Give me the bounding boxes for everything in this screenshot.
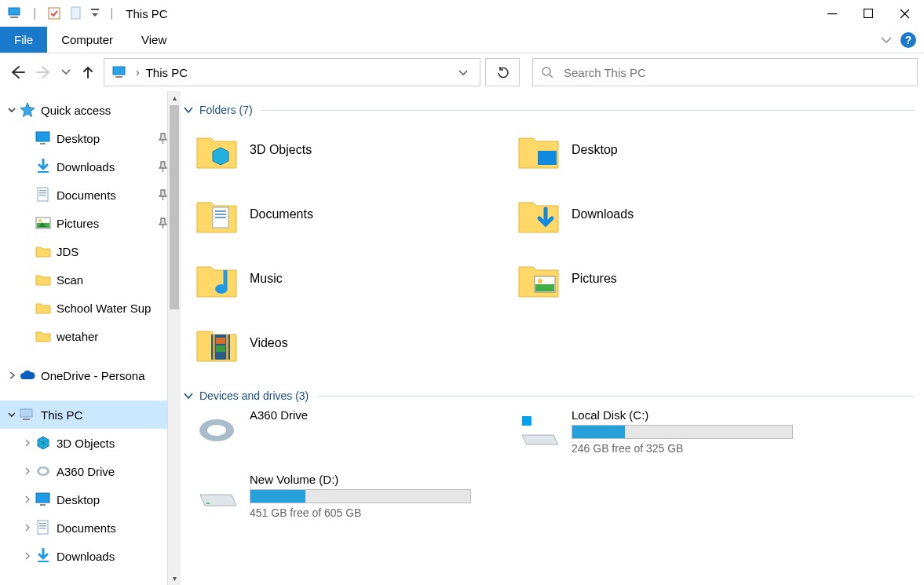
maximize-button[interactable] bbox=[850, 0, 886, 27]
refresh-button[interactable] bbox=[485, 58, 520, 86]
scroll-thumb[interactable] bbox=[170, 105, 179, 309]
pc-icon[interactable] bbox=[6, 5, 24, 22]
group-header-folders[interactable]: Folders (7) bbox=[184, 104, 915, 116]
svg-rect-10 bbox=[36, 132, 49, 141]
svg-point-34 bbox=[215, 284, 228, 294]
breadcrumb-this-pc[interactable]: This PC bbox=[143, 66, 191, 79]
qat-dropdown-icon[interactable] bbox=[89, 5, 100, 22]
svg-rect-0 bbox=[9, 8, 20, 15]
recent-locations-button[interactable] bbox=[60, 60, 72, 85]
sidebar-item-label: Pictures bbox=[57, 217, 99, 230]
sidebar-item[interactable]: Desktop bbox=[0, 124, 181, 152]
chevron-right-icon[interactable] bbox=[5, 371, 19, 379]
search-box[interactable] bbox=[532, 58, 918, 86]
folder-tile[interactable]: 3D Objects bbox=[193, 122, 491, 177]
pc-icon bbox=[112, 66, 128, 79]
address-history-icon[interactable] bbox=[450, 69, 477, 76]
sidebar-item-label: OneDrive - Persona bbox=[41, 369, 145, 382]
svg-point-44 bbox=[207, 425, 226, 436]
ribbon: File Computer View ? bbox=[0, 27, 924, 53]
sidebar-item[interactable]: School Water Sup bbox=[0, 294, 181, 322]
drive-tile[interactable]: New Volume (D:)451 GB free of 605 GB bbox=[193, 473, 491, 528]
scroll-up-icon[interactable]: ▴ bbox=[168, 91, 181, 104]
folder-tile[interactable]: Downloads bbox=[515, 187, 813, 242]
sidebar-scrollbar[interactable]: ▴ ▾ bbox=[167, 91, 181, 585]
drive-label: Local Disk (C:) bbox=[572, 408, 793, 422]
drive-icon bbox=[515, 408, 562, 452]
up-button[interactable] bbox=[77, 60, 99, 85]
folder-tile[interactable]: Desktop bbox=[515, 122, 813, 177]
tile-label: Pictures bbox=[572, 272, 617, 286]
chevron-right-icon[interactable]: › bbox=[133, 66, 143, 79]
drive-label: A360 Drive bbox=[250, 408, 308, 422]
tile-label: 3D Objects bbox=[250, 143, 312, 157]
chevron-right-icon[interactable] bbox=[20, 495, 35, 503]
separator bbox=[316, 396, 915, 397]
drive-tile[interactable]: A360 Drive bbox=[193, 408, 491, 463]
svg-rect-31 bbox=[215, 210, 226, 212]
svg-rect-2 bbox=[49, 8, 60, 19]
chevron-down-icon[interactable] bbox=[5, 106, 19, 114]
folder-icon bbox=[35, 299, 52, 316]
folder-tile[interactable]: Videos bbox=[193, 316, 491, 371]
sidebar-item[interactable]: wetaher bbox=[0, 322, 181, 350]
sidebar-item-label: This PC bbox=[41, 408, 82, 422]
sidebar-this-pc[interactable]: This PC bbox=[0, 400, 181, 429]
folder-tile[interactable]: Documents bbox=[193, 187, 491, 242]
address-bar[interactable]: › This PC bbox=[104, 58, 480, 86]
document-icon[interactable] bbox=[68, 5, 85, 22]
sidebar-item[interactable]: A360 Drive bbox=[0, 457, 181, 485]
folder-tile[interactable]: Music bbox=[193, 251, 491, 306]
sidebar-item[interactable]: Documents bbox=[0, 181, 181, 209]
search-input[interactable] bbox=[564, 66, 909, 79]
chevron-down-icon[interactable] bbox=[184, 106, 193, 114]
title-bar: | | This PC bbox=[0, 0, 924, 27]
sidebar-item[interactable]: Downloads bbox=[0, 152, 181, 181]
sidebar-quick-access[interactable]: Quick access bbox=[0, 96, 181, 124]
folder-tile[interactable]: Pictures bbox=[515, 251, 813, 306]
scroll-down-icon[interactable]: ▾ bbox=[168, 572, 181, 585]
properties-icon[interactable] bbox=[46, 5, 63, 22]
minimize-button[interactable] bbox=[814, 0, 850, 27]
sidebar-item[interactable]: Pictures bbox=[0, 209, 181, 237]
tile-label: Downloads bbox=[572, 207, 634, 221]
svg-rect-7 bbox=[113, 67, 125, 75]
folder-icon bbox=[193, 192, 240, 236]
drive-tile[interactable]: Local Disk (C:)246 GB free of 325 GB bbox=[515, 408, 813, 463]
sidebar-onedrive[interactable]: OneDrive - Persona bbox=[0, 361, 181, 389]
a360-icon bbox=[35, 463, 52, 480]
close-button[interactable] bbox=[886, 0, 922, 27]
back-button[interactable] bbox=[6, 60, 28, 85]
sidebar-item-label: Documents bbox=[57, 188, 116, 202]
svg-rect-42 bbox=[216, 346, 225, 352]
sidebar-item[interactable]: 3D Objects bbox=[0, 429, 181, 457]
chevron-right-icon[interactable] bbox=[20, 524, 35, 532]
file-tab[interactable]: File bbox=[0, 27, 47, 53]
chevron-right-icon[interactable] bbox=[20, 439, 35, 447]
computer-tab[interactable]: Computer bbox=[47, 27, 127, 53]
chevron-down-icon[interactable] bbox=[5, 411, 19, 419]
drive-usage-bar bbox=[572, 425, 793, 439]
sidebar-item[interactable]: Documents bbox=[0, 514, 181, 542]
chevron-right-icon[interactable] bbox=[20, 467, 35, 475]
help-icon[interactable]: ? bbox=[900, 32, 916, 48]
ribbon-expand-icon[interactable] bbox=[880, 36, 893, 44]
sidebar-item[interactable]: Desktop bbox=[0, 485, 181, 514]
chevron-right-icon[interactable] bbox=[20, 552, 35, 560]
svg-rect-39 bbox=[213, 335, 215, 360]
navigation-pane: Quick access DesktopDownloadsDocumentsPi… bbox=[0, 91, 181, 585]
sidebar-item[interactable]: Downloads bbox=[0, 542, 181, 570]
chevron-down-icon[interactable] bbox=[184, 392, 193, 400]
sidebar-item-label: Desktop bbox=[57, 493, 100, 506]
svg-rect-6 bbox=[864, 9, 873, 18]
sidebar-item-label: A360 Drive bbox=[57, 465, 115, 478]
folder-icon bbox=[35, 243, 52, 260]
sidebar-item[interactable]: Scan bbox=[0, 265, 181, 294]
forward-button[interactable] bbox=[33, 60, 55, 85]
tile-label: Videos bbox=[250, 336, 288, 350]
sidebar-item-label: JDS bbox=[57, 245, 79, 258]
sidebar-item[interactable]: JDS bbox=[0, 237, 181, 265]
search-icon bbox=[541, 66, 554, 79]
view-tab[interactable]: View bbox=[127, 27, 181, 53]
group-header-drives[interactable]: Devices and drives (3) bbox=[184, 389, 915, 402]
